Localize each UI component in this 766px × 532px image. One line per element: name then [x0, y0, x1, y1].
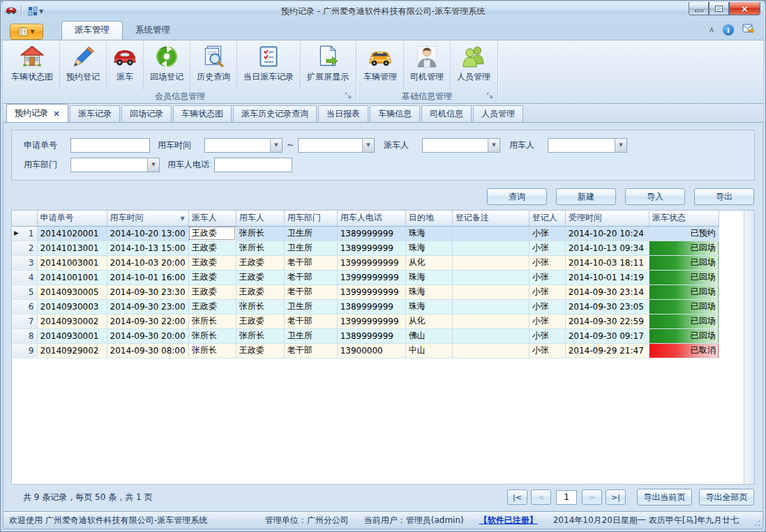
dispatch-status-cell[interactable]: 已回场: [649, 270, 719, 284]
app-menu-button[interactable]: ▼: [10, 24, 43, 40]
table-cell[interactable]: 中山: [405, 343, 452, 358]
table-cell[interactable]: 2014-10-13 09:34: [565, 241, 649, 255]
table-cell[interactable]: 卫生所: [284, 226, 337, 241]
table-cell[interactable]: 张所长: [236, 226, 284, 241]
table-cell[interactable]: 13999999999: [337, 284, 405, 299]
table-cell[interactable]: 13999999999: [337, 270, 405, 284]
row-indicator[interactable]: ▶1: [12, 226, 37, 241]
table-cell[interactable]: 2014-09-30 23:05: [565, 299, 649, 314]
dialog-launcher-icon[interactable]: [345, 92, 352, 102]
maximize-button[interactable]: [709, 2, 729, 15]
tab-driver-info[interactable]: 司机信息: [421, 105, 472, 122]
collapse-ribbon-icon[interactable]: ∧: [709, 27, 714, 33]
table-row[interactable]: 6201409300032014-09-30 23:00王政委张所长卫生所138…: [12, 299, 719, 314]
driver-management-button[interactable]: 司机管理: [404, 41, 451, 90]
next-page-button[interactable]: >: [582, 489, 602, 505]
chevron-down-icon[interactable]: ▼: [488, 139, 500, 152]
tab-personnel-management[interactable]: 人员管理: [473, 105, 523, 122]
vertical-scrollbar[interactable]: [744, 211, 754, 484]
table-cell[interactable]: 王政委: [236, 284, 284, 299]
table-cell[interactable]: 1389999999: [337, 241, 405, 255]
last-page-button[interactable]: >|: [606, 489, 626, 505]
table-cell[interactable]: 2014-09-30 09:17: [565, 328, 649, 343]
row-indicator[interactable]: 2: [12, 241, 37, 255]
column-header-destination[interactable]: 目的地: [405, 211, 452, 226]
row-indicator[interactable]: 7: [12, 314, 37, 328]
quick-access-layout-icon[interactable]: ▼: [26, 6, 45, 17]
table-cell[interactable]: 13999999999: [337, 314, 405, 328]
table-cell[interactable]: 小张: [529, 241, 565, 255]
table-cell[interactable]: 王政委: [188, 284, 236, 299]
chevron-down-icon[interactable]: ▼: [147, 158, 159, 172]
dispatch-status-cell[interactable]: 已回场: [649, 284, 719, 299]
table-row[interactable]: 8201409300012014-09-30 20:00张所长张所长卫生所138…: [12, 328, 719, 343]
table-cell[interactable]: 小张: [529, 314, 565, 328]
table-cell[interactable]: 20140930002: [37, 314, 107, 328]
table-cell[interactable]: 佛山: [405, 328, 452, 343]
table-cell[interactable]: 20141001001: [37, 270, 107, 284]
table-cell[interactable]: 王政委: [188, 270, 236, 284]
return-register-button[interactable]: 回场登记: [144, 41, 190, 90]
column-header-dispatcher[interactable]: 派车人: [188, 211, 236, 226]
tab-daily-report[interactable]: 当日报表: [318, 105, 368, 122]
dispatcher-combo[interactable]: ▼: [422, 138, 500, 153]
table-cell[interactable]: 珠海: [405, 284, 452, 299]
table-cell[interactable]: 小张: [529, 226, 565, 241]
dialog-launcher-icon[interactable]: [486, 92, 494, 102]
phone-input[interactable]: [214, 158, 292, 172]
table-cell[interactable]: 小张: [529, 328, 565, 343]
table-cell[interactable]: [452, 255, 529, 270]
table-cell[interactable]: [452, 226, 529, 241]
request-no-input[interactable]: [70, 138, 150, 153]
table-cell[interactable]: [452, 241, 529, 255]
export-all-pages-button[interactable]: 导出全部页: [699, 489, 754, 506]
page-number-input[interactable]: [556, 490, 577, 505]
table-cell[interactable]: 13999999999: [337, 255, 405, 270]
table-cell[interactable]: 王政委: [236, 314, 284, 328]
ribbon-tab-dispatch[interactable]: 派车管理: [61, 21, 123, 40]
table-cell[interactable]: 珠海: [405, 270, 452, 284]
table-cell[interactable]: 王政委: [188, 255, 236, 270]
tab-return-records[interactable]: 回场记录: [121, 105, 172, 122]
column-header-department[interactable]: 用车部门: [284, 211, 337, 226]
row-indicator[interactable]: 4: [12, 270, 37, 284]
table-cell[interactable]: [452, 343, 529, 358]
column-header-registrar[interactable]: 登记人: [529, 211, 565, 226]
table-cell[interactable]: [452, 314, 529, 328]
table-cell[interactable]: [452, 328, 529, 343]
tab-vehicle-info[interactable]: 车辆信息: [370, 105, 420, 122]
table-cell[interactable]: 2014-09-30 22:00: [107, 314, 188, 328]
table-row[interactable]: ▶1201410200012014-10-20 13:00王政委张所长卫生所13…: [12, 226, 719, 241]
table-cell[interactable]: 2014-10-03 20:00: [107, 255, 188, 270]
table-cell[interactable]: 2014-09-30 22:59: [565, 314, 649, 328]
first-page-button[interactable]: |<: [507, 489, 527, 505]
minimize-button[interactable]: [689, 2, 709, 15]
today-dispatch-records-button[interactable]: 当日派车记录: [237, 41, 301, 90]
dispatch-button[interactable]: 派车: [107, 41, 144, 90]
table-cell[interactable]: 王政委: [188, 241, 236, 255]
table-row[interactable]: 9201409290022014-09-30 08:00张所长王政委老干部139…: [12, 343, 719, 358]
personnel-management-button[interactable]: 人员管理: [451, 41, 497, 90]
query-button[interactable]: 查询: [487, 188, 547, 205]
mail-icon[interactable]: [742, 23, 755, 37]
table-row[interactable]: 4201410010012014-10-01 16:00王政委王政委老干部139…: [12, 270, 719, 284]
table-cell[interactable]: 卫生所: [284, 299, 337, 314]
table-cell[interactable]: 张所长: [236, 241, 284, 255]
table-cell[interactable]: 珠海: [405, 241, 452, 255]
table-cell[interactable]: 卫生所: [284, 241, 337, 255]
column-header-phone[interactable]: 用车人电话: [337, 211, 405, 226]
table-cell[interactable]: 20141003001: [37, 255, 107, 270]
table-cell[interactable]: 小张: [529, 255, 565, 270]
dispatch-status-cell[interactable]: 已取消: [649, 343, 719, 358]
dispatch-status-cell[interactable]: 已回场: [649, 314, 719, 328]
dispatch-status-cell[interactable]: 已预约: [649, 226, 719, 241]
table-cell[interactable]: 2014-10-03 18:11: [565, 255, 649, 270]
prev-page-button[interactable]: <: [531, 489, 551, 505]
row-indicator[interactable]: 3: [12, 255, 37, 270]
table-cell[interactable]: 从化: [405, 314, 452, 328]
column-header-request-no[interactable]: 申请单号: [37, 211, 107, 226]
table-cell[interactable]: 张所长: [188, 343, 236, 358]
table-cell[interactable]: [452, 270, 529, 284]
column-header-status[interactable]: 派车状态: [649, 211, 719, 226]
ribbon-tab-system[interactable]: 系统管理: [123, 22, 183, 40]
